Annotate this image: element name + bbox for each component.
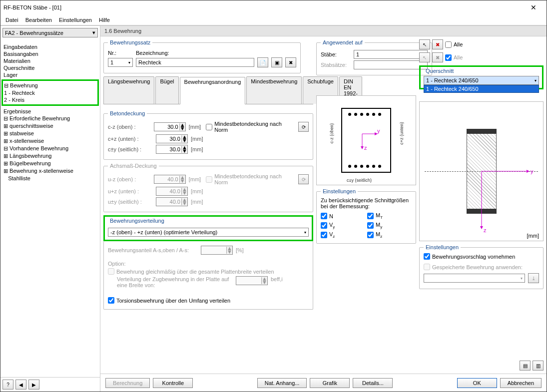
copy-icon[interactable]: ▣: [271, 57, 282, 67]
tree-group-ergebnisse[interactable]: Ergebnisse: [3, 108, 97, 115]
refresh-icon: ⟳: [298, 174, 309, 184]
grafik-button[interactable]: Grafik: [310, 378, 350, 388]
close-icon[interactable]: ✕: [524, 3, 544, 11]
chk-my[interactable]: My: [367, 222, 412, 229]
cy-label: c±y (seitlich) :: [108, 146, 153, 152]
section-preview: y z [mm]: [419, 101, 544, 241]
tree-item[interactable]: 1 - Rechteck: [4, 89, 96, 96]
legend: Bewehrungssatz: [108, 39, 152, 45]
pick-icon-2: ↖: [419, 52, 430, 62]
staebe-input[interactable]: [354, 50, 428, 59]
legend: Einstellungen: [424, 244, 461, 250]
svg-text:z: z: [364, 145, 367, 151]
chk-mz[interactable]: Mz: [367, 231, 412, 239]
tree-item[interactable]: 2 - Kreis: [4, 96, 96, 103]
window-title: RF-BETON Stäbe - [01]: [3, 4, 524, 10]
kontrolle-button[interactable]: Kontrolle: [153, 378, 193, 388]
delete-row-icon[interactable]: ✖: [432, 39, 443, 49]
tree-item[interactable]: ⊞ stabweise: [3, 130, 97, 137]
details-button[interactable]: Details...: [353, 378, 393, 388]
main-panel: 1.6 Bewehrung Bewehrungssatz Nr.: Bezeic…: [100, 26, 547, 392]
abbrechen-button[interactable]: Abbrechen: [500, 378, 542, 388]
prev-icon[interactable]: ◀: [15, 380, 26, 390]
tree-item[interactable]: Lager: [3, 71, 97, 78]
svg-text:y: y: [377, 128, 380, 134]
group-betondeckung: Betondeckung c-z (oben) : ▲▼ [mm] Mindes…: [103, 110, 313, 160]
tree-item[interactable]: ⊞ x-stellenweise: [3, 137, 97, 145]
cy-input[interactable]: ▲▼: [156, 145, 188, 154]
view-icon-2[interactable]: ▥: [533, 361, 544, 371]
tab-laengs[interactable]: Längsbewehrung: [103, 76, 154, 104]
tree-item[interactable]: ⊞ Bewehrung x-stellenweise: [3, 167, 97, 175]
ok-button[interactable]: OK: [457, 378, 497, 388]
sidebar-selector-label: FA2 - Bewehrungssätze: [5, 30, 92, 36]
unit-label: [mm]: [527, 233, 539, 239]
legend: Angewendet auf: [321, 39, 365, 45]
menu-bearbeiten[interactable]: Bearbeiten: [25, 17, 52, 23]
tree-item[interactable]: ⊟ Vorhandene Bewehrung: [3, 145, 97, 152]
menu-hilfe[interactable]: Hilfe: [99, 17, 110, 23]
uy-input: ▲▼: [156, 197, 188, 206]
delete-icon[interactable]: ✖: [285, 57, 296, 67]
uz-oben-input: ▲▼: [154, 175, 186, 184]
tree-item[interactable]: Basisangaben: [3, 50, 97, 57]
tree-item[interactable]: Querschnitte: [3, 64, 97, 71]
chk-n[interactable]: N: [321, 212, 365, 220]
menubar: Datei Bearbeiten Einstellungen Hilfe: [0, 14, 547, 25]
group-einstellungen-mid: Einstellungen Zu berücksichtigende Schni…: [316, 188, 416, 244]
mindest-norm-checkbox[interactable]: Mindestbetondeckung nach Norm: [206, 121, 292, 133]
vorschlag-checkbox[interactable]: Bewehrungsvorschlag vornehmen: [424, 253, 515, 260]
verteilung-select[interactable]: -z (oben) - +z (unten) (optimierte Verte…: [108, 228, 309, 237]
svg-text:y: y: [531, 168, 534, 174]
tree-item[interactable]: Materialien: [3, 57, 97, 64]
help-icon[interactable]: ?: [2, 380, 13, 390]
sidebar-selector[interactable]: FA2 - Bewehrungssätze ▾: [2, 28, 98, 37]
querschnitt-select[interactable]: 1 - Rechteck 240/650▾: [424, 76, 539, 85]
chk-vy[interactable]: Vy: [321, 222, 365, 229]
tree-item[interactable]: Stahlliste: [3, 175, 97, 182]
view-icon-1[interactable]: ▤: [520, 361, 531, 371]
anteil-input: ▲▼: [201, 246, 233, 255]
dropdown-option[interactable]: 1 - Rechteck 240/650: [424, 85, 539, 92]
nr-label: Nr.:: [108, 50, 133, 56]
cz-unten-input[interactable]: ▲▼: [156, 134, 188, 143]
chk-mt[interactable]: MT: [367, 212, 412, 220]
menu-einstellungen[interactable]: Einstellungen: [59, 17, 92, 23]
nat-anhang-button[interactable]: Nat. Anhang...: [257, 378, 307, 388]
gespeichert-checkbox: Gespeicherte Bewehrung anwenden:: [424, 264, 523, 270]
app-window: RF-BETON Stäbe - [01] ✕ Datei Bearbeiten…: [0, 0, 547, 392]
torsion-checkbox[interactable]: Torsionsbewehrung über den Umfang vertei…: [108, 297, 230, 304]
tree-item-bewehrung[interactable]: ⊟ Bewehrung: [4, 82, 96, 89]
chk-vz[interactable]: Vz: [321, 231, 365, 239]
tab-anordnung[interactable]: Bewehrungsanordnung: [180, 77, 246, 104]
group-bewehrungssatz: Bewehrungssatz Nr.: Bezeichnung: 1▾ 📄: [103, 39, 301, 73]
refresh-icon[interactable]: ⟳: [298, 122, 309, 132]
right-column: ↖ ✖ Alle ↖ ✖ Alle Quers: [419, 39, 544, 371]
tab-buegel[interactable]: Bügel: [155, 76, 178, 104]
tab-mindest[interactable]: Mindestbewehrung: [246, 76, 302, 104]
bez-label: Bezeichnung:: [136, 50, 169, 56]
tree-item[interactable]: ⊞ Längsbewehrung: [3, 152, 97, 160]
pick-icon[interactable]: ↖: [419, 39, 430, 49]
cz-oben-input[interactable]: ▲▼: [154, 122, 186, 131]
tree-group-eingabe[interactable]: Eingabedaten: [3, 43, 97, 50]
alle-staebe-checkbox[interactable]: Alle: [445, 41, 463, 48]
highlight-box-verteilung: Bewehrungsverteilung -z (oben) - +z (unt…: [103, 215, 313, 241]
querschnitt-dropdown[interactable]: 1 - Rechteck 240/650: [424, 85, 539, 93]
new-icon[interactable]: 📄: [257, 57, 268, 67]
tree-item[interactable]: ⊞ querschnittsweise: [3, 122, 97, 130]
option-label: Option:: [108, 261, 125, 267]
tree-item[interactable]: ⊟ Erforderliche Bewehrung: [3, 115, 97, 122]
stabsaetze-input: [354, 60, 428, 69]
next-icon[interactable]: ▶: [28, 380, 39, 390]
svg-marker-9: [480, 226, 483, 229]
mid-column: Angewendet auf Stäbe: Stabsätze:: [316, 39, 416, 371]
mindest-norm-checkbox-2: Mindestbetondeckung nach Norm: [206, 173, 292, 185]
bezeichnung-input[interactable]: [136, 58, 254, 67]
alle-stabsaetze-checkbox[interactable]: Alle: [445, 54, 463, 61]
menu-datei[interactable]: Datei: [5, 17, 18, 23]
stabsaetze-label: Stabsätze:: [321, 62, 351, 68]
tree-item[interactable]: ⊞ Bügelbewehrung: [3, 160, 97, 167]
nr-select[interactable]: 1▾: [108, 58, 133, 67]
bottom-bar: Berechnung Kontrolle Nat. Anhang... Graf…: [100, 374, 547, 392]
